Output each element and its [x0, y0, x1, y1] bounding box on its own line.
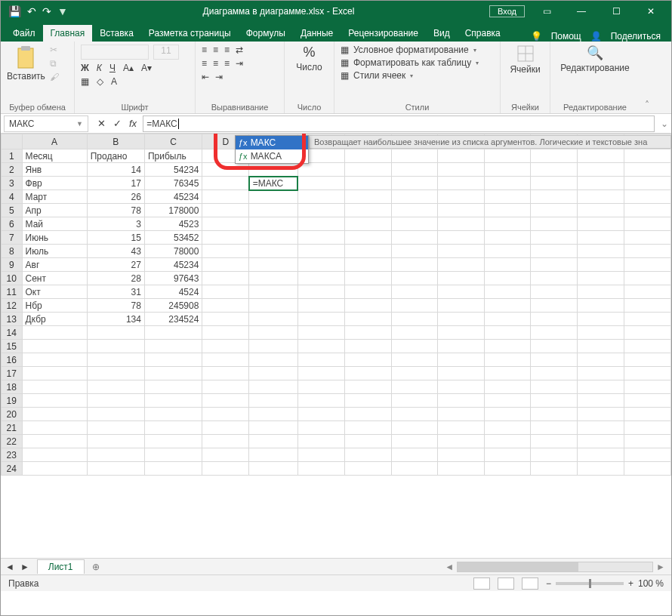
sheet-nav-next-icon[interactable]: ► [20, 562, 29, 572]
cell[interactable] [624, 340, 670, 353]
cell[interactable] [202, 272, 249, 285]
cell[interactable] [344, 177, 391, 190]
cell[interactable] [391, 204, 438, 217]
cell[interactable] [624, 367, 670, 380]
row-header[interactable]: 12 [2, 299, 23, 313]
cell[interactable] [87, 340, 144, 353]
cell[interactable] [297, 313, 344, 326]
cell[interactable] [297, 258, 344, 272]
cell[interactable] [438, 462, 484, 476]
cell[interactable] [344, 285, 391, 299]
horizontal-scrollbar[interactable] [457, 562, 653, 572]
cell[interactable] [202, 448, 249, 462]
cell[interactable] [202, 367, 249, 380]
cell[interactable] [578, 231, 624, 245]
table-row[interactable]: 22 [2, 435, 671, 448]
cell[interactable] [531, 435, 578, 448]
cell[interactable]: 31 [87, 285, 144, 299]
cell[interactable] [484, 231, 531, 245]
cell[interactable] [87, 448, 144, 462]
conditional-formatting-icon[interactable]: ▦ [341, 45, 349, 55]
cell[interactable] [578, 326, 624, 340]
share-icon[interactable]: 👤 [590, 31, 602, 42]
cell[interactable] [624, 285, 670, 299]
cell[interactable] [624, 313, 670, 326]
cell[interactable]: 234524 [144, 313, 202, 326]
cell[interactable]: 245908 [144, 299, 202, 313]
cell[interactable] [202, 408, 249, 421]
cell[interactable] [344, 190, 391, 204]
cell[interactable] [249, 340, 298, 353]
cell[interactable] [202, 190, 249, 204]
cell[interactable]: Прибыль [144, 149, 202, 163]
qat-more-icon[interactable]: ▼ [57, 5, 68, 17]
cell[interactable] [578, 435, 624, 448]
cell[interactable] [249, 299, 298, 313]
table-row[interactable]: 5Апр78178000 [2, 204, 671, 217]
cell[interactable] [531, 462, 578, 476]
cell[interactable] [391, 217, 438, 231]
cell[interactable] [202, 245, 249, 258]
cell[interactable] [531, 231, 578, 245]
cell[interactable] [391, 258, 438, 272]
cell[interactable] [578, 190, 624, 204]
cell[interactable]: 27 [87, 258, 144, 272]
cell[interactable] [438, 217, 484, 231]
cell[interactable] [624, 177, 670, 190]
cell[interactable]: 3 [87, 217, 144, 231]
row-header[interactable]: 1 [2, 149, 23, 163]
cell[interactable] [22, 448, 87, 462]
cell[interactable] [87, 435, 144, 448]
zoom-control[interactable]: − + 100 % [546, 578, 664, 589]
cell[interactable] [578, 272, 624, 285]
cell[interactable] [624, 149, 670, 163]
cell[interactable] [297, 285, 344, 299]
cell[interactable] [624, 353, 670, 367]
cell[interactable] [87, 326, 144, 340]
cell[interactable] [249, 462, 298, 476]
cell[interactable] [249, 367, 298, 380]
cell[interactable] [438, 340, 484, 353]
cell[interactable] [624, 435, 670, 448]
cell[interactable] [202, 394, 249, 408]
cell[interactable] [484, 408, 531, 421]
cell[interactable] [578, 408, 624, 421]
select-all-corner[interactable] [2, 134, 23, 149]
cell[interactable] [144, 421, 202, 435]
signin-button[interactable]: Вход [489, 5, 525, 17]
cell[interactable] [202, 299, 249, 313]
cell[interactable] [438, 204, 484, 217]
tab-page-layout[interactable]: Разметка страницы [141, 25, 239, 42]
cell[interactable] [484, 299, 531, 313]
cell[interactable] [391, 448, 438, 462]
cell[interactable] [249, 217, 298, 231]
cell[interactable] [624, 394, 670, 408]
cell[interactable] [144, 435, 202, 448]
redo-icon[interactable]: ↷ [42, 5, 51, 17]
cell[interactable] [87, 408, 144, 421]
cell[interactable] [578, 258, 624, 272]
cell[interactable] [531, 177, 578, 190]
cell[interactable] [344, 340, 391, 353]
cell[interactable] [344, 462, 391, 476]
cell[interactable] [202, 204, 249, 217]
col-header[interactable]: A [22, 134, 87, 149]
cell[interactable] [578, 217, 624, 231]
table-row[interactable]: 10Сент2897643 [2, 272, 671, 285]
cell[interactable]: Март [22, 190, 87, 204]
cell[interactable] [624, 299, 670, 313]
col-header[interactable]: C [144, 134, 202, 149]
row-header[interactable]: 14 [2, 326, 23, 340]
hscroll-thumb[interactable] [458, 562, 578, 571]
cell[interactable] [578, 299, 624, 313]
sheet-tab[interactable]: Лист1 [37, 559, 85, 574]
cell[interactable] [624, 163, 670, 177]
cell[interactable] [391, 163, 438, 177]
cell[interactable] [297, 367, 344, 380]
cell[interactable] [578, 340, 624, 353]
format-table-label[interactable]: Форматировать как таблицу [353, 57, 471, 68]
cell[interactable] [484, 177, 531, 190]
name-box[interactable]: МАКС ▼ [4, 116, 88, 132]
table-row[interactable]: 12Нбр78245908 [2, 299, 671, 313]
table-row[interactable]: 18 [2, 380, 671, 394]
